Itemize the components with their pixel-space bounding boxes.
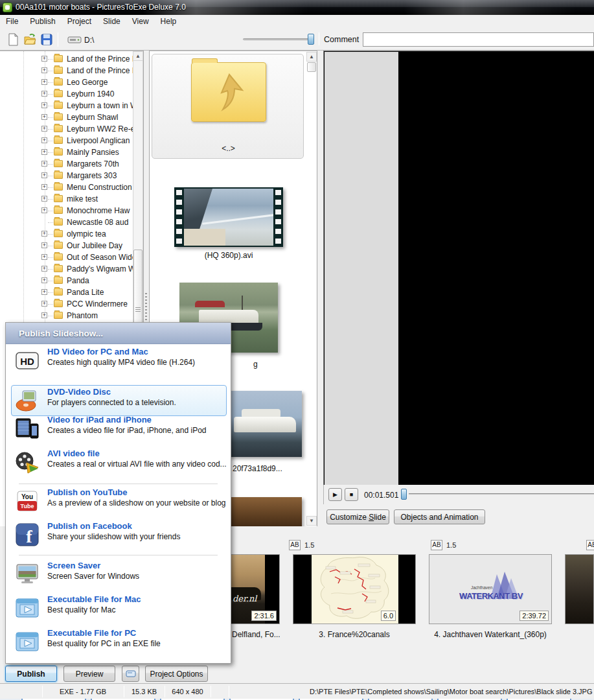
slide-label[interactable]: 3. France%20canals [293, 630, 416, 639]
tree-item[interactable]: Phantom [0, 310, 144, 321]
menu-slide[interactable]: Slide [97, 16, 126, 27]
expand-icon[interactable] [41, 312, 47, 318]
expand-icon[interactable] [41, 102, 47, 108]
tree-item[interactable]: mike test [0, 193, 144, 205]
tree-scrollbar-up-icon[interactable]: ▲ [133, 51, 143, 61]
timeline-slide[interactable]: Jachthaven WATERKANT BV 2:39.72 [429, 554, 552, 624]
expand-icon[interactable] [41, 114, 47, 120]
expand-icon[interactable] [41, 172, 47, 178]
timeline-slide[interactable]: 6.0 [293, 554, 416, 624]
publish-button[interactable]: Publish [5, 666, 57, 682]
tree-item[interactable]: Mainly Pansies [0, 146, 144, 158]
thumbnail-size-slider-handle[interactable] [308, 34, 314, 45]
preview-button[interactable]: Preview [63, 666, 115, 682]
comment-input[interactable] [363, 32, 594, 47]
seek-slider-handle[interactable] [401, 489, 407, 500]
toolbar-separator [58, 32, 58, 47]
menu-help[interactable]: Help [155, 16, 183, 27]
expand-icon[interactable] [41, 91, 47, 97]
thumbnail-size-slider-track[interactable] [243, 38, 313, 40]
menu-item-hd-video[interactable]: HD HD Video for PC and Mac Creates high … [6, 347, 231, 375]
menu-view[interactable]: View [126, 16, 155, 27]
tree-item[interactable]: Land of the Prince I [0, 53, 144, 65]
tree-item[interactable]: Newcastle 08 aud [0, 216, 144, 228]
project-options-button[interactable]: Project Options [145, 666, 208, 682]
expand-icon[interactable] [41, 266, 47, 272]
expand-icon[interactable] [41, 79, 47, 85]
objects-animation-button[interactable]: Objects and Animation [394, 509, 485, 524]
timeline-slide[interactable] [565, 554, 594, 624]
play-button[interactable]: ▶ [328, 488, 342, 501]
menu-item-youtube[interactable]: YouTube Publish on YouTube As a preview … [6, 487, 231, 516]
expand-icon[interactable] [41, 301, 47, 307]
expand-icon[interactable] [41, 277, 47, 283]
expand-icon[interactable] [41, 56, 47, 62]
tree-item[interactable]: Leyburn a town in W [0, 100, 144, 111]
files-scrollbar-up-icon[interactable]: ▲ [306, 52, 317, 62]
tree-item[interactable]: Leyburn 1940 [0, 88, 144, 100]
menu-item-screensaver[interactable]: Screen Saver Screen Saver for Windows [6, 561, 231, 589]
tree-item[interactable]: Land of the Prince I [0, 65, 144, 76]
expand-icon[interactable] [41, 137, 47, 143]
expand-icon[interactable] [41, 289, 47, 295]
customize-slide-button[interactable]: Customize Slide [326, 509, 389, 524]
open-project-icon[interactable] [23, 33, 36, 46]
tree-item[interactable]: Margarets 303 [0, 170, 144, 181]
menu-file[interactable]: File [0, 16, 24, 27]
tree-item[interactable]: Leyburn WW2 Re-e [0, 123, 144, 135]
transition-ab-badge[interactable]: AB [289, 540, 301, 550]
expand-icon[interactable] [41, 184, 47, 190]
menu-item-facebook[interactable]: f Publish on Facebook Share your slidesh… [6, 521, 231, 550]
files-scrollbar-down-icon[interactable]: ▼ [306, 516, 317, 526]
expand-icon[interactable] [41, 126, 47, 132]
expand-icon[interactable] [41, 231, 47, 237]
tree-item[interactable]: Our Jubilee Day [0, 240, 144, 251]
expand-icon[interactable] [41, 196, 47, 202]
transition-ab-badge[interactable]: AB [431, 540, 442, 550]
expand-icon[interactable] [41, 242, 47, 248]
tree-item[interactable]: Leyburn Shawl [0, 111, 144, 123]
expand-icon[interactable] [41, 149, 47, 155]
photo-thumbnail[interactable] [227, 391, 302, 457]
drive-selector[interactable]: D:\ [84, 36, 94, 45]
tree-item[interactable]: Margarets 70th [0, 158, 144, 170]
stop-button[interactable]: ■ [345, 488, 358, 501]
tree-item[interactable]: Panda Lite [0, 286, 144, 298]
expand-icon[interactable] [41, 67, 47, 73]
menu-item-exe-pc[interactable]: Executable File for PC Best quality for … [6, 628, 231, 657]
new-project-icon[interactable] [6, 33, 19, 46]
menu-item-dvd-video[interactable]: DVD-Video Disc For players connected to … [6, 387, 231, 415]
tree-item[interactable]: Leo George [0, 76, 144, 88]
menu-item-exe-mac[interactable]: Executable File for Mac Best quality for… [6, 594, 231, 623]
tree-item[interactable]: Liverpool Anglican [0, 135, 144, 146]
slide-label[interactable]: Delfland, Fo... [232, 630, 280, 639]
menu-item-avi-video[interactable]: AVI video file Creates a real or virtual… [6, 449, 231, 477]
tree-item[interactable]: Out of Season Wide [0, 251, 144, 263]
files-scrollbar-thumb[interactable] [307, 62, 316, 72]
tree-item[interactable]: Paddy's Wigwam W [0, 263, 144, 275]
video-thumbnail[interactable] [174, 187, 283, 247]
tree-item[interactable]: PCC Windermere [0, 298, 144, 310]
slide-label[interactable]: 4. Jachthaven Waterkant_(360p) [429, 630, 552, 639]
tree-item[interactable]: olympic tea [0, 228, 144, 240]
tree-item[interactable]: Monochrome Haw [0, 205, 144, 216]
tree-item[interactable]: Panda [0, 275, 144, 286]
menu-project[interactable]: Project [62, 16, 97, 27]
tree-connector [48, 246, 53, 246]
fullscreen-icon-button[interactable] [122, 666, 139, 682]
expand-icon[interactable] [41, 207, 47, 213]
drive-icon[interactable] [67, 33, 82, 46]
transition-ab-badge[interactable]: AB [586, 540, 594, 550]
expand-icon[interactable] [41, 254, 47, 260]
tree-item[interactable]: Menu Construction [0, 181, 144, 193]
seek-slider-track[interactable] [409, 493, 594, 495]
app-icon[interactable] [3, 3, 12, 12]
menu-item-ipad-video[interactable]: Video for iPad and iPhone Creates a vide… [6, 415, 231, 443]
expand-icon[interactable] [41, 161, 47, 167]
save-project-icon[interactable] [40, 33, 53, 46]
menu-publish[interactable]: Publish [24, 16, 61, 27]
photo-thumbnail[interactable] [227, 497, 302, 526]
folder-icon [54, 172, 63, 179]
panel-splitter[interactable] [145, 293, 147, 325]
up-folder-item[interactable]: <..> [152, 54, 304, 159]
